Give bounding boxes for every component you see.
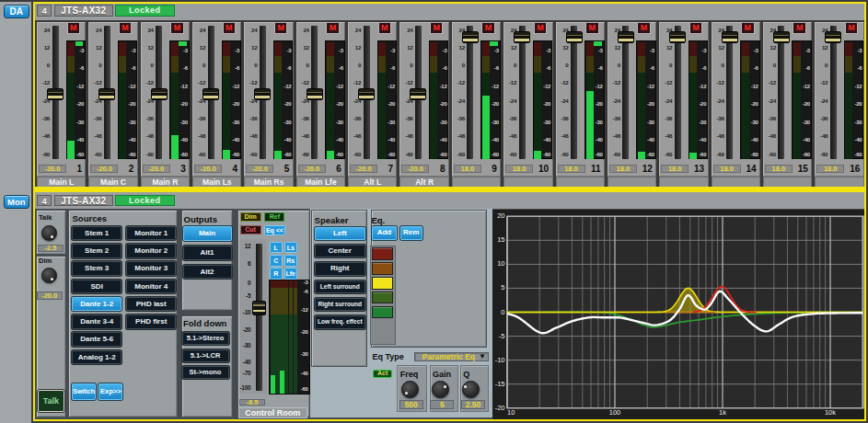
svg-text:0: 0 bbox=[501, 307, 504, 315]
svg-text:10k: 10k bbox=[825, 407, 836, 416]
svg-text:-15: -15 bbox=[495, 379, 505, 387]
svg-text:100: 100 bbox=[609, 407, 621, 416]
svg-text:-10: -10 bbox=[495, 355, 505, 363]
svg-text:1k: 1k bbox=[719, 407, 726, 416]
svg-text:5: 5 bbox=[501, 283, 504, 292]
svg-text:-5: -5 bbox=[499, 331, 505, 339]
svg-text:10: 10 bbox=[497, 259, 504, 268]
svg-text:10: 10 bbox=[507, 407, 515, 416]
svg-text:20: 20 bbox=[497, 212, 504, 220]
svg-text:-20: -20 bbox=[495, 403, 505, 411]
svg-text:15: 15 bbox=[497, 235, 504, 244]
